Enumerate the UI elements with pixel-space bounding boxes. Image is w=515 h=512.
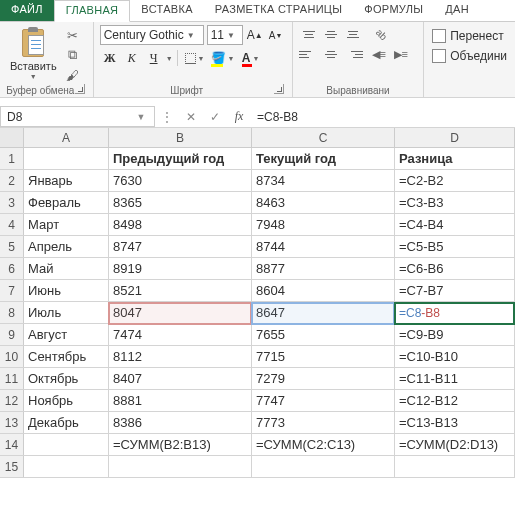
cell[interactable]: =C5-B5 xyxy=(395,236,515,257)
tab-insert[interactable]: ВСТАВКА xyxy=(130,0,203,21)
cell[interactable]: Октябрь xyxy=(24,368,109,389)
underline-dropdown[interactable]: ▼ xyxy=(166,55,173,62)
border-button[interactable]: ▼ xyxy=(182,48,208,68)
align-right-button[interactable] xyxy=(343,45,363,63)
underline-button[interactable]: Ч xyxy=(144,48,164,68)
fill-color-button[interactable]: 🪣▼ xyxy=(210,48,236,68)
tab-home[interactable]: ГЛАВНАЯ xyxy=(54,0,131,22)
font-size-select[interactable]: 11▼ xyxy=(207,25,243,45)
cell[interactable]: Сентябрь xyxy=(24,346,109,367)
cell[interactable] xyxy=(24,148,109,169)
paste-button[interactable]: Вставить ▼ xyxy=(6,25,61,83)
col-header-b[interactable]: B xyxy=(109,128,252,147)
name-box[interactable]: D8▼ xyxy=(0,106,155,127)
clipboard-dialog-icon[interactable] xyxy=(75,84,85,94)
cell[interactable]: =C10-B10 xyxy=(395,346,515,367)
cell[interactable]: =C6-B6 xyxy=(395,258,515,279)
cell[interactable]: Разница xyxy=(395,148,515,169)
select-all-corner[interactable] xyxy=(0,128,24,147)
col-header-a[interactable]: A xyxy=(24,128,109,147)
cut-icon[interactable]: ✂ xyxy=(65,27,81,43)
cell[interactable]: 8112 xyxy=(109,346,252,367)
cell[interactable]: 8604 xyxy=(252,280,395,301)
cell[interactable]: Август xyxy=(24,324,109,345)
row-header[interactable]: 10 xyxy=(0,346,24,367)
cell[interactable]: Апрель xyxy=(24,236,109,257)
formula-accept-icon[interactable]: ✓ xyxy=(203,106,227,127)
formula-input[interactable] xyxy=(251,106,515,127)
cell[interactable] xyxy=(252,456,395,477)
formula-cancel-icon[interactable]: ✕ xyxy=(179,106,203,127)
cell[interactable]: =C4-B4 xyxy=(395,214,515,235)
cell[interactable]: Май xyxy=(24,258,109,279)
align-bottom-button[interactable] xyxy=(343,25,363,43)
row-header[interactable]: 8 xyxy=(0,302,24,323)
cell[interactable]: Декабрь xyxy=(24,412,109,433)
formula-dots-icon[interactable]: ⋮ xyxy=(155,106,179,127)
cell[interactable] xyxy=(109,456,252,477)
row-header[interactable]: 15 xyxy=(0,456,24,477)
align-top-button[interactable] xyxy=(299,25,319,43)
merge-center-button[interactable]: Объедини xyxy=(432,49,507,63)
cell[interactable]: 8498 xyxy=(109,214,252,235)
row-header[interactable]: 2 xyxy=(0,170,24,191)
cell[interactable] xyxy=(395,456,515,477)
format-painter-icon[interactable]: 🖌 xyxy=(65,67,81,83)
cell[interactable]: Март xyxy=(24,214,109,235)
cell[interactable]: 7279 xyxy=(252,368,395,389)
cell[interactable]: =C3-B3 xyxy=(395,192,515,213)
align-left-button[interactable] xyxy=(299,45,319,63)
row-header[interactable]: 6 xyxy=(0,258,24,279)
cell[interactable]: 8734 xyxy=(252,170,395,191)
row-header[interactable]: 11 xyxy=(0,368,24,389)
italic-button[interactable]: К xyxy=(122,48,142,68)
row-header[interactable]: 7 xyxy=(0,280,24,301)
cell[interactable]: =C12-B12 xyxy=(395,390,515,411)
row-header[interactable]: 5 xyxy=(0,236,24,257)
cell[interactable]: 8386 xyxy=(109,412,252,433)
cell[interactable]: 7948 xyxy=(252,214,395,235)
orientation-button[interactable]: ab xyxy=(369,25,395,43)
cell[interactable]: 8877 xyxy=(252,258,395,279)
cell[interactable]: 8919 xyxy=(109,258,252,279)
cell[interactable]: 8047 xyxy=(109,302,252,323)
row-header[interactable]: 14 xyxy=(0,434,24,455)
cell[interactable]: =СУММ(C2:C13) xyxy=(252,434,395,455)
cell[interactable]: 7773 xyxy=(252,412,395,433)
decrease-indent-button[interactable]: ◀≡ xyxy=(369,45,389,63)
align-center-button[interactable] xyxy=(321,45,341,63)
name-box-dropdown[interactable]: ▼ xyxy=(134,112,148,122)
cell[interactable]: 8647 xyxy=(252,302,395,323)
row-header[interactable]: 3 xyxy=(0,192,24,213)
cell[interactable]: Предыдущий год xyxy=(109,148,252,169)
cell[interactable]: Июнь xyxy=(24,280,109,301)
font-family-select[interactable]: Century Gothic▼ xyxy=(100,25,204,45)
increase-indent-button[interactable]: ▶≡ xyxy=(391,45,411,63)
cell[interactable]: 7747 xyxy=(252,390,395,411)
row-header[interactable]: 13 xyxy=(0,412,24,433)
cell[interactable]: =C13-B13 xyxy=(395,412,515,433)
cell[interactable]: =СУММ(D2:D13) xyxy=(395,434,515,455)
font-dialog-icon[interactable] xyxy=(274,84,284,94)
cell[interactable] xyxy=(24,456,109,477)
row-header[interactable]: 1 xyxy=(0,148,24,169)
tab-page-layout[interactable]: РАЗМЕТКА СТРАНИЦЫ xyxy=(204,0,354,21)
cell[interactable]: 8407 xyxy=(109,368,252,389)
cell[interactable]: 8463 xyxy=(252,192,395,213)
col-header-d[interactable]: D xyxy=(395,128,515,147)
wrap-text-button[interactable]: Перенест xyxy=(432,29,507,43)
tab-formulas[interactable]: ФОРМУЛЫ xyxy=(353,0,434,21)
cell[interactable]: =C2-B2 xyxy=(395,170,515,191)
cell[interactable]: Июль xyxy=(24,302,109,323)
align-middle-button[interactable] xyxy=(321,25,341,43)
decrease-font-icon[interactable]: A▼ xyxy=(267,26,285,44)
cell[interactable]: 7715 xyxy=(252,346,395,367)
cell[interactable]: 7655 xyxy=(252,324,395,345)
cell[interactable]: =C9-B9 xyxy=(395,324,515,345)
cell[interactable]: 8521 xyxy=(109,280,252,301)
row-header[interactable]: 9 xyxy=(0,324,24,345)
cell[interactable]: 8881 xyxy=(109,390,252,411)
copy-icon[interactable]: ⧉ xyxy=(65,47,81,63)
cell[interactable]: 7474 xyxy=(109,324,252,345)
fx-icon[interactable]: fx xyxy=(227,106,251,127)
